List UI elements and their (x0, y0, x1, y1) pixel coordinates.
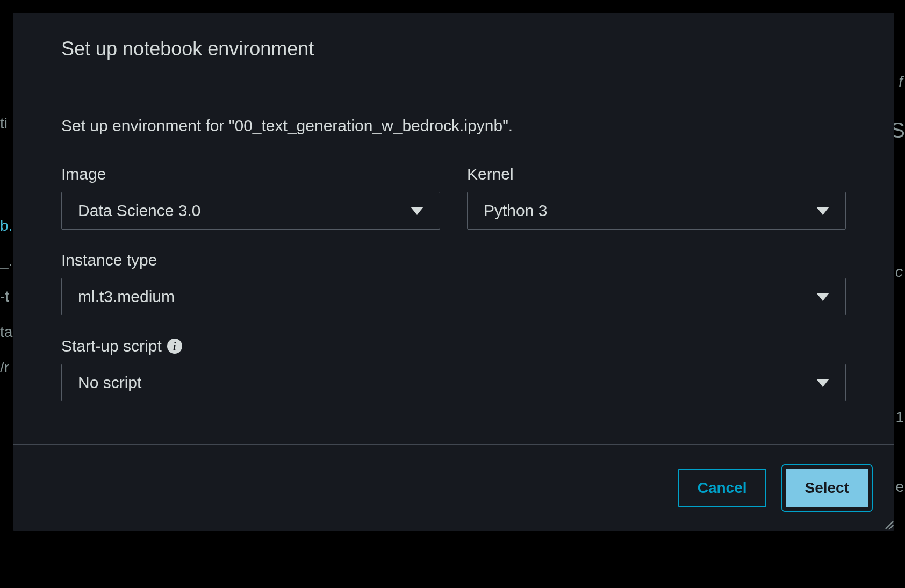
image-select[interactable]: Data Science 3.0 (61, 192, 440, 230)
environment-setup-modal: Set up notebook environment Set up envir… (13, 13, 894, 531)
image-field-group: Image Data Science 3.0 (61, 165, 440, 230)
bg-fragment: f (899, 73, 903, 90)
image-label: Image (61, 165, 440, 183)
chevron-down-icon (411, 207, 423, 215)
bg-fragment: ti (0, 115, 8, 132)
startup-script-label: Start-up script i (61, 337, 846, 355)
bg-fragment: c (895, 263, 903, 281)
chevron-down-icon (816, 293, 829, 301)
bg-fragment: ta (0, 324, 12, 341)
startup-script-select-value: No script (78, 374, 816, 392)
bg-fragment: /r (0, 359, 9, 376)
kernel-select-value: Python 3 (484, 202, 816, 220)
cancel-button[interactable]: Cancel (678, 469, 766, 507)
instance-type-field-group: Instance type ml.t3.medium (61, 251, 846, 315)
kernel-field-group: Kernel Python 3 (467, 165, 846, 230)
startup-script-label-text: Start-up script (61, 337, 162, 355)
info-icon[interactable]: i (167, 339, 182, 354)
chevron-down-icon (816, 207, 829, 215)
bg-fragment: _. (0, 253, 12, 270)
bg-fragment: b. (0, 217, 12, 234)
modal-subtitle: Set up environment for "00_text_generati… (61, 117, 846, 135)
kernel-select[interactable]: Python 3 (467, 192, 846, 230)
select-button[interactable]: Select (786, 469, 869, 507)
select-button-focus-ring: Select (781, 464, 873, 512)
bg-fragment: 1 (895, 408, 904, 426)
bg-fragment: -t (0, 288, 9, 305)
instance-type-select[interactable]: ml.t3.medium (61, 278, 846, 315)
bg-fragment: e (895, 478, 904, 496)
form-row-1: Image Data Science 3.0 Kernel Python 3 (61, 165, 846, 230)
chevron-down-icon (816, 379, 829, 387)
image-select-value: Data Science 3.0 (78, 202, 411, 220)
kernel-label: Kernel (467, 165, 846, 183)
modal-footer: Cancel Select (13, 444, 894, 531)
modal-title: Set up notebook environment (61, 38, 857, 60)
modal-body: Set up environment for "00_text_generati… (13, 84, 894, 444)
instance-type-select-value: ml.t3.medium (78, 288, 816, 306)
startup-script-select[interactable]: No script (61, 364, 846, 401)
modal-header: Set up notebook environment (13, 13, 894, 84)
instance-type-label: Instance type (61, 251, 846, 269)
resize-handle[interactable] (881, 518, 893, 530)
startup-script-field-group: Start-up script i No script (61, 337, 846, 401)
